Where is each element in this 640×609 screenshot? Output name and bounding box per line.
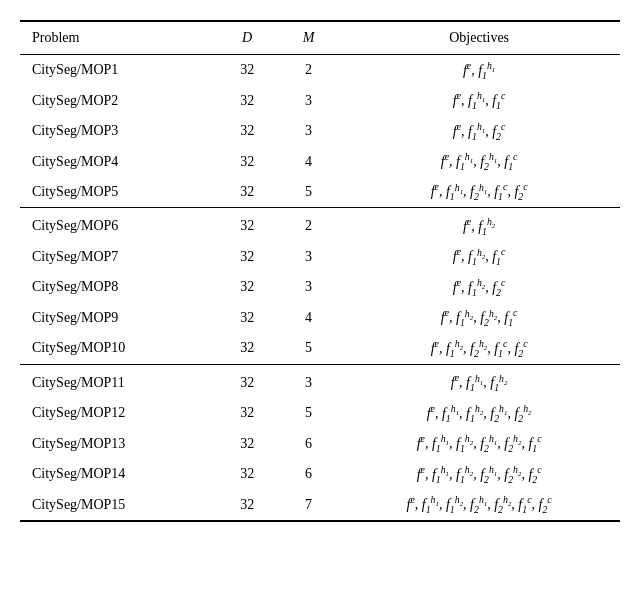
table-row: CitySeg/MOP5325fe, f1h1, f2h1, f1c, f2c bbox=[20, 177, 620, 208]
table-row: CitySeg/MOP3323fe, f1h1, f2c bbox=[20, 116, 620, 146]
objectives-cell: fe, f1h2, f2h2, f1c bbox=[338, 303, 620, 333]
objectives-cell: fe, f1h1, f1c bbox=[338, 85, 620, 115]
objectives-cell: fe, f1h1, f1h2, f2h1, f2h2, f2c bbox=[338, 459, 620, 489]
problem-name-cell: CitySeg/MOP4 bbox=[20, 146, 216, 176]
table-row: CitySeg/MOP13326fe, f1h1, f1h2, f2h1, f2… bbox=[20, 428, 620, 458]
m-value-cell: 5 bbox=[279, 398, 338, 428]
m-value-cell: 4 bbox=[279, 146, 338, 176]
table-row: CitySeg/MOP11323fe, f1h1, f1h2 bbox=[20, 364, 620, 398]
d-value-cell: 32 bbox=[216, 116, 279, 146]
problem-name-cell: CitySeg/MOP5 bbox=[20, 177, 216, 208]
objectives-cell: fe, f1h1 bbox=[338, 55, 620, 86]
table-row: CitySeg/MOP2323fe, f1h1, f1c bbox=[20, 85, 620, 115]
d-value-cell: 32 bbox=[216, 489, 279, 520]
m-value-cell: 6 bbox=[279, 459, 338, 489]
objectives-column-header: Objectives bbox=[338, 21, 620, 55]
objectives-cell: fe, f1h1, f2h1, f1c, f2c bbox=[338, 177, 620, 208]
table-row: CitySeg/MOP1322fe, f1h1 bbox=[20, 55, 620, 86]
d-value-cell: 32 bbox=[216, 428, 279, 458]
table-row: CitySeg/MOP7323fe, f1h2, f1c bbox=[20, 242, 620, 272]
m-value-cell: 2 bbox=[279, 55, 338, 86]
m-value-cell: 2 bbox=[279, 208, 338, 242]
table-row: CitySeg/MOP15327fe, f1h1, f1h2, f2h1, f2… bbox=[20, 489, 620, 520]
table-row: CitySeg/MOP8323fe, f1h2, f2c bbox=[20, 272, 620, 302]
d-value-cell: 32 bbox=[216, 242, 279, 272]
problem-name-cell: CitySeg/MOP8 bbox=[20, 272, 216, 302]
d-value-cell: 32 bbox=[216, 208, 279, 242]
problem-name-cell: CitySeg/MOP10 bbox=[20, 333, 216, 364]
problem-column-header: Problem bbox=[20, 21, 216, 55]
problem-name-cell: CitySeg/MOP15 bbox=[20, 489, 216, 520]
m-value-cell: 5 bbox=[279, 333, 338, 364]
objectives-cell: fe, f1h2, f2h2, f1c, f2c bbox=[338, 333, 620, 364]
table-row: CitySeg/MOP4324fe, f1h1, f2h1, f1c bbox=[20, 146, 620, 176]
main-table-container: Problem D M Objectives CitySeg/MOP1322fe… bbox=[20, 20, 620, 522]
d-value-cell: 32 bbox=[216, 177, 279, 208]
m-column-header: M bbox=[279, 21, 338, 55]
m-value-cell: 5 bbox=[279, 177, 338, 208]
objectives-cell: fe, f1h1, f1h2, f2h1, f2h2, f1c bbox=[338, 428, 620, 458]
objectives-cell: fe, f1h1, f2c bbox=[338, 116, 620, 146]
problems-table: Problem D M Objectives CitySeg/MOP1322fe… bbox=[20, 20, 620, 522]
problem-name-cell: CitySeg/MOP14 bbox=[20, 459, 216, 489]
problem-name-cell: CitySeg/MOP2 bbox=[20, 85, 216, 115]
problem-name-cell: CitySeg/MOP13 bbox=[20, 428, 216, 458]
m-value-cell: 7 bbox=[279, 489, 338, 520]
m-value-cell: 4 bbox=[279, 303, 338, 333]
table-header-row: Problem D M Objectives bbox=[20, 21, 620, 55]
m-value-cell: 3 bbox=[279, 85, 338, 115]
d-value-cell: 32 bbox=[216, 459, 279, 489]
table-row: CitySeg/MOP6322fe, f1h2 bbox=[20, 208, 620, 242]
m-value-cell: 6 bbox=[279, 428, 338, 458]
d-value-cell: 32 bbox=[216, 272, 279, 302]
problem-name-cell: CitySeg/MOP6 bbox=[20, 208, 216, 242]
problem-name-cell: CitySeg/MOP12 bbox=[20, 398, 216, 428]
d-value-cell: 32 bbox=[216, 398, 279, 428]
problem-name-cell: CitySeg/MOP7 bbox=[20, 242, 216, 272]
d-value-cell: 32 bbox=[216, 146, 279, 176]
objectives-cell: fe, f1h1, f2h1, f1c bbox=[338, 146, 620, 176]
d-column-header: D bbox=[216, 21, 279, 55]
m-value-cell: 3 bbox=[279, 272, 338, 302]
m-value-cell: 3 bbox=[279, 116, 338, 146]
d-value-cell: 32 bbox=[216, 55, 279, 86]
problem-name-cell: CitySeg/MOP9 bbox=[20, 303, 216, 333]
m-value-cell: 3 bbox=[279, 364, 338, 398]
m-value-cell: 3 bbox=[279, 242, 338, 272]
table-row: CitySeg/MOP10325fe, f1h2, f2h2, f1c, f2c bbox=[20, 333, 620, 364]
problem-name-cell: CitySeg/MOP1 bbox=[20, 55, 216, 86]
objectives-cell: fe, f1h1, f1h2, f2h1, f2h2, f1c, f2c bbox=[338, 489, 620, 520]
d-value-cell: 32 bbox=[216, 364, 279, 398]
problem-name-cell: CitySeg/MOP11 bbox=[20, 364, 216, 398]
d-value-cell: 32 bbox=[216, 303, 279, 333]
objectives-cell: fe, f1h1, f1h2, f2h1, f2h2 bbox=[338, 398, 620, 428]
d-value-cell: 32 bbox=[216, 85, 279, 115]
table-row: CitySeg/MOP14326fe, f1h1, f1h2, f2h1, f2… bbox=[20, 459, 620, 489]
objectives-cell: fe, f1h2, f2c bbox=[338, 272, 620, 302]
problem-name-cell: CitySeg/MOP3 bbox=[20, 116, 216, 146]
d-value-cell: 32 bbox=[216, 333, 279, 364]
table-row: CitySeg/MOP9324fe, f1h2, f2h2, f1c bbox=[20, 303, 620, 333]
objectives-cell: fe, f1h2 bbox=[338, 208, 620, 242]
objectives-cell: fe, f1h2, f1c bbox=[338, 242, 620, 272]
objectives-cell: fe, f1h1, f1h2 bbox=[338, 364, 620, 398]
table-row: CitySeg/MOP12325fe, f1h1, f1h2, f2h1, f2… bbox=[20, 398, 620, 428]
